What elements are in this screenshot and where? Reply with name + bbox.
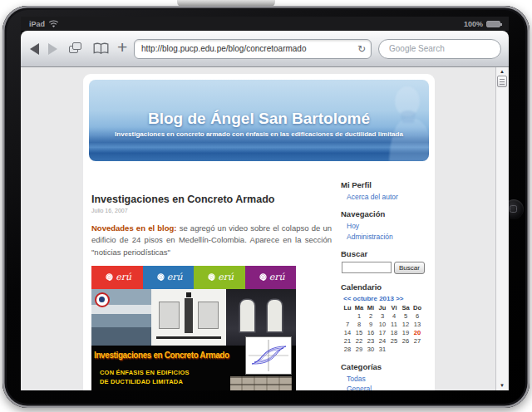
peru-logo-strip: erú erú erú bbox=[91, 266, 296, 289]
calendar-day: 27 bbox=[411, 337, 423, 346]
ipad-screen: iPad 100% + http://blog.pucp.edu.pe bbox=[21, 17, 509, 390]
calendar-today: 20 bbox=[411, 329, 423, 337]
calendar-day: 12 bbox=[400, 321, 411, 329]
peru-wordmark: erú bbox=[269, 272, 285, 282]
pages-icon[interactable] bbox=[69, 42, 82, 55]
blog-header-banner: Blog de Ángel San Bartolomé Investigacio… bbox=[89, 80, 429, 161]
scrollbar[interactable]: ▲ ▼ bbox=[495, 67, 508, 390]
browser-toolbar: + http://blog.pucp.edu.pe/blog/concretoa… bbox=[21, 31, 509, 67]
sidebar-heading-categorias: Categorías bbox=[341, 362, 431, 371]
calendar-day: 4 bbox=[388, 312, 400, 321]
sidebar-heading-buscar: Buscar bbox=[341, 249, 431, 258]
calendar-day-header: Lu bbox=[342, 304, 353, 312]
calendar-day: 21 bbox=[342, 337, 353, 346]
sidebar-section-mi-perfil: Mi Perfil Acerca del autor bbox=[341, 180, 431, 201]
calendar-table: LuMaMiJuViSaDo 1234567891011121314151617… bbox=[342, 304, 423, 354]
sidebar-link-acerca-del-autor[interactable]: Acerca del autor bbox=[347, 193, 431, 201]
calendar-nav: << octubre 2013 >> bbox=[343, 295, 431, 302]
calendar-day-header: Ma bbox=[353, 304, 365, 312]
calendar-day-header: Do bbox=[411, 304, 423, 312]
wifi-icon bbox=[48, 20, 59, 28]
peru-spiral-icon bbox=[256, 270, 270, 284]
calendar-prev-link[interactable]: << bbox=[343, 295, 351, 302]
calendar-day-header: Vi bbox=[388, 304, 400, 312]
peru-wordmark: erú bbox=[116, 272, 131, 282]
calendar-day-header: Mi bbox=[365, 304, 377, 312]
peru-spiral-icon bbox=[204, 270, 219, 284]
search-placeholder: Google Search bbox=[389, 44, 445, 53]
status-bar: iPad 100% bbox=[21, 17, 509, 31]
peru-spiral-icon bbox=[102, 270, 116, 284]
calendar-day bbox=[342, 312, 353, 321]
hysteresis-chart-image bbox=[245, 336, 292, 375]
peru-logo-blue: erú bbox=[143, 266, 195, 289]
post-title: Investigaciones en Concreto Armado bbox=[91, 194, 332, 205]
peru-wordmark: erú bbox=[218, 272, 234, 282]
peru-logo-red: erú bbox=[91, 266, 143, 289]
collage-banner-section: Investigaciones en Concreto Armado CON É… bbox=[91, 346, 296, 390]
blog-page-card: Blog de Ángel San Bartolomé Investigacio… bbox=[83, 74, 435, 390]
calendar-day: 28 bbox=[342, 346, 353, 354]
address-bar[interactable]: http://blog.pucp.edu.pe/blog/concretoarm… bbox=[134, 39, 372, 59]
search-field[interactable]: Google Search bbox=[378, 39, 501, 59]
sidebar-section-buscar: Buscar Buscar bbox=[341, 249, 431, 274]
calendar-day: 2 bbox=[365, 312, 377, 321]
url-text: http://blog.pucp.edu.pe/blog/concretoarm… bbox=[141, 44, 306, 53]
page-viewport: Blog de Ángel San Bartolomé Investigacio… bbox=[21, 67, 509, 390]
calendar-day: 7 bbox=[342, 321, 353, 329]
back-button[interactable] bbox=[30, 43, 39, 55]
calendar-day: 8 bbox=[353, 321, 365, 329]
calendar-day: 13 bbox=[411, 321, 423, 329]
sidebar-link-administracion[interactable]: Administración bbox=[347, 233, 431, 241]
calendar-day: 17 bbox=[377, 329, 388, 337]
home-button-icon bbox=[510, 205, 517, 213]
scrollbar-thumb[interactable] bbox=[497, 76, 507, 87]
bookmarks-icon[interactable] bbox=[92, 42, 110, 55]
device-label: iPad bbox=[29, 20, 45, 28]
calendar-day: 31 bbox=[377, 346, 388, 354]
calendar-day: 5 bbox=[400, 312, 411, 321]
sidebar-heading-calendario: Calendario bbox=[341, 282, 431, 292]
calendar-next-link[interactable]: >> bbox=[396, 295, 403, 302]
calendar-day: 6 bbox=[411, 312, 423, 321]
scroll-down-arrow[interactable]: ▼ bbox=[496, 383, 508, 388]
sidebar-search-input[interactable] bbox=[342, 262, 392, 273]
collage-banner-title: Investigaciones en Concreto Armado bbox=[94, 351, 229, 360]
calendar-day bbox=[411, 346, 423, 354]
sidebar-link-todas[interactable]: Todas bbox=[347, 375, 431, 383]
forward-button[interactable] bbox=[48, 43, 57, 55]
calendar-day: 19 bbox=[400, 329, 411, 337]
post-lead: Novedades en el blog: bbox=[91, 223, 176, 233]
calendar-day-header: Ju bbox=[377, 304, 388, 312]
blog-title: Blog de Ángel San Bartolomé bbox=[89, 110, 429, 128]
scroll-up-arrow[interactable]: ▲ bbox=[496, 69, 508, 74]
calendar-day: 1 bbox=[353, 312, 365, 321]
peru-spiral-icon bbox=[154, 270, 168, 284]
calendar-day: 18 bbox=[388, 329, 400, 337]
peru-logo-green: erú bbox=[194, 266, 245, 289]
sidebar-link-hoy[interactable]: Hoy bbox=[347, 222, 431, 230]
post-date: Julio 16, 2007 bbox=[91, 208, 332, 213]
calendar-day bbox=[388, 346, 400, 354]
blog-subtitle: Investigaciones en concreto armado con é… bbox=[89, 130, 429, 138]
calendar-day: 23 bbox=[365, 337, 377, 346]
add-tab-button[interactable]: + bbox=[117, 37, 127, 57]
test-rig-diagram bbox=[151, 289, 226, 346]
calendar-day: 3 bbox=[377, 312, 388, 321]
ipad-device-frame: iPad 100% + http://blog.pucp.edu.pe bbox=[2, 6, 530, 408]
calendar-day: 14 bbox=[342, 329, 353, 337]
calendar-day: 29 bbox=[353, 346, 365, 354]
sidebar-search-button[interactable]: Buscar bbox=[394, 262, 425, 274]
sidebar-link-general[interactable]: General bbox=[347, 385, 431, 390]
calendar-day: 22 bbox=[353, 337, 365, 346]
peru-logo-purple: erú bbox=[245, 266, 297, 289]
collage-emphasis-text: CON ÉNFASIS EN EDIFICIOS DE DUCTILIDAD L… bbox=[100, 368, 190, 387]
calendar-day: 11 bbox=[388, 321, 400, 329]
post-body: Novedades en el blog: se agregó un video… bbox=[91, 223, 332, 258]
refresh-icon[interactable]: ↻ bbox=[357, 40, 366, 58]
calendar-day: 15 bbox=[353, 329, 365, 337]
institution-badge-icon bbox=[95, 292, 110, 307]
calendar-day: 26 bbox=[400, 337, 411, 346]
post-area: Investigaciones en Concreto Armado Julio… bbox=[91, 194, 332, 390]
sidebar-section-categorias: Categorías Todas General bbox=[341, 362, 431, 391]
